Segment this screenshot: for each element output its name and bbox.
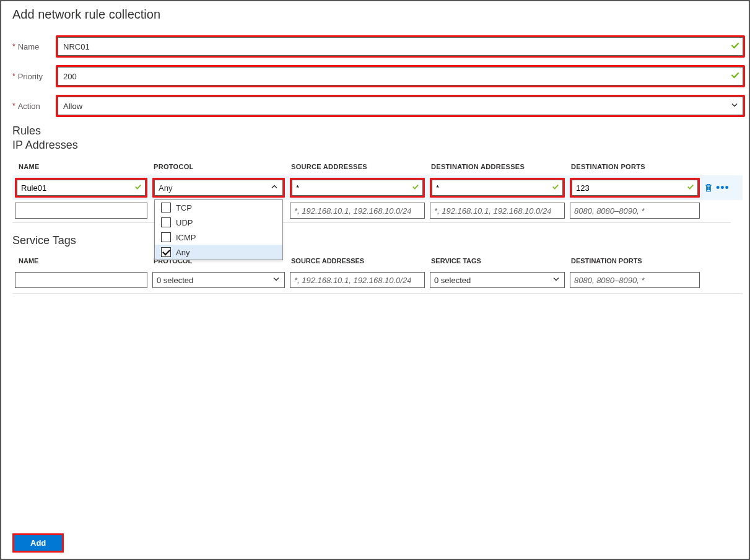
priority-label: * Priority xyxy=(12,72,56,81)
ip-addresses-heading: IP Addresses xyxy=(1,139,749,152)
col-protocol: PROTOCOL xyxy=(150,158,287,175)
ip-rule-blank-row xyxy=(12,200,743,225)
name-input[interactable] xyxy=(58,37,743,56)
protocol-option-icmp[interactable]: ICMP xyxy=(155,230,282,245)
rules-heading: Rules xyxy=(1,125,749,138)
svc-rule-row: 0 selected 0 selected xyxy=(12,269,743,294)
svc-rule-service-tags-select[interactable]: 0 selected xyxy=(430,272,565,288)
col-destination-ports: DESTINATION PORTS xyxy=(567,158,702,175)
col-name: NAME xyxy=(12,158,150,175)
col-destination-addresses: DESTINATION ADDRESSES xyxy=(427,158,567,175)
protocol-dropdown-panel: TCP UDP ICMP xyxy=(154,199,283,260)
rule-name-input[interactable] xyxy=(17,180,146,196)
svc-rule-source-addresses-input[interactable] xyxy=(290,272,425,288)
required-asterisk-icon: * xyxy=(12,72,15,81)
col-svc-name: NAME xyxy=(12,252,150,269)
priority-input[interactable] xyxy=(58,67,743,85)
protocol-option-udp[interactable]: UDP xyxy=(155,215,282,230)
action-select[interactable]: Allow xyxy=(58,97,743,115)
protocol-option-tcp[interactable]: TCP xyxy=(155,200,282,215)
col-svc-service-tags: SERVICE TAGS xyxy=(427,252,567,269)
page-title: Add network rule collection xyxy=(1,1,749,24)
action-label: * Action xyxy=(12,102,56,111)
checkbox-icon xyxy=(161,232,171,242)
required-asterisk-icon: * xyxy=(12,102,15,110)
new-rule-source-addresses-input[interactable] xyxy=(290,203,425,219)
checkbox-icon xyxy=(161,217,171,227)
name-label: * Name xyxy=(12,42,56,51)
delete-rule-icon[interactable] xyxy=(704,183,713,193)
new-rule-destination-ports-input[interactable] xyxy=(570,203,700,219)
add-button[interactable]: Add xyxy=(14,535,62,551)
new-rule-destination-addresses-input[interactable] xyxy=(430,203,565,219)
required-asterisk-icon: * xyxy=(12,42,15,51)
more-actions-icon[interactable]: ••• xyxy=(716,182,730,193)
svc-rule-name-input[interactable] xyxy=(15,272,147,288)
col-source-addresses: SOURCE ADDRESSES xyxy=(287,158,427,175)
svc-rule-protocol-select[interactable]: 0 selected xyxy=(152,272,285,288)
rule-protocol-select[interactable]: Any xyxy=(154,180,283,196)
ip-table-header: NAME PROTOCOL SOURCE ADDRESSES DESTINATI… xyxy=(12,158,743,175)
col-svc-destination-ports: DESTINATION PORTS xyxy=(567,252,702,269)
ip-rule-row: Any TCP xyxy=(12,175,743,200)
svc-rule-destination-ports-input[interactable] xyxy=(570,272,700,288)
svc-table-header: NAME PROTOCOL SOURCE ADDRESSES SERVICE T… xyxy=(12,252,743,269)
protocol-option-any[interactable]: Any xyxy=(155,245,282,260)
rule-source-addresses-input[interactable] xyxy=(292,180,423,196)
service-tags-heading: Service Tags xyxy=(1,234,749,247)
rule-destination-addresses-input[interactable] xyxy=(432,180,563,196)
col-svc-source-addresses: SOURCE ADDRESSES xyxy=(287,252,427,269)
new-rule-name-input[interactable] xyxy=(15,203,147,219)
checkbox-checked-icon xyxy=(161,247,171,257)
checkbox-icon xyxy=(161,203,171,212)
rule-destination-ports-input[interactable] xyxy=(572,180,698,196)
